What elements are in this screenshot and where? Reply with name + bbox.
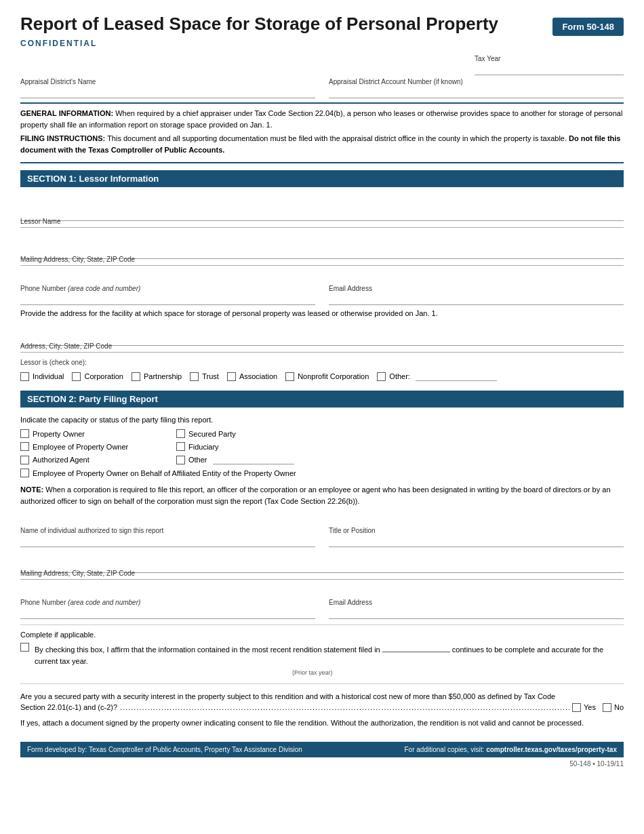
affirm-row: By checking this box, I affirm that the … [20, 643, 624, 678]
signer-phone-input[interactable] [20, 607, 315, 619]
complete-label: Complete if applicable. [20, 631, 624, 639]
no-item[interactable]: No [603, 702, 624, 713]
email-input[interactable] [329, 293, 624, 305]
employee-checkbox[interactable] [20, 442, 29, 451]
checkbox-other[interactable]: Other: [377, 372, 497, 381]
page-header: Report of Leased Space for Storage of Pe… [20, 14, 624, 36]
association-checkbox[interactable] [227, 372, 236, 381]
checkbox-authorized-agent[interactable]: Authorized Agent [20, 455, 156, 464]
partnership-label: Partnership [144, 372, 182, 380]
appraisal-district-name-group: Appraisal District's Name [20, 78, 315, 98]
complete-box: Complete if applicable. By checking this… [20, 631, 624, 678]
appraisal-district-name-input[interactable] [20, 86, 315, 98]
authorized-agent-checkbox[interactable] [20, 456, 29, 464]
no-label: No [614, 702, 624, 713]
other-checkbox[interactable] [377, 372, 386, 381]
lessor-is-label: Lessor is (check one): [20, 359, 87, 366]
signer-mailing-field: Mailing Address, City, State, ZIP Code [20, 561, 624, 580]
page-title: Report of Leased Space for Storage of Pe… [20, 14, 539, 35]
appraisal-account-input[interactable] [329, 86, 624, 98]
employee-affiliated-checkbox[interactable] [20, 469, 29, 477]
checkbox-property-owner[interactable]: Property Owner [20, 429, 156, 438]
party-checkboxes: Property Owner Secured Party Employee of… [20, 429, 624, 477]
phone-field: Phone Number (area code and number) [20, 285, 315, 305]
employee-label: Employee of Property Owner [33, 443, 128, 451]
footer-left: Form developed by: Texas Comptroller of … [27, 746, 302, 753]
email-field: Email Address [329, 285, 624, 305]
yes-label: Yes [584, 702, 596, 713]
other-label: Other: [389, 372, 410, 380]
yes-no-boxes: Yes No [572, 702, 624, 713]
other-party-label: Other [188, 456, 207, 464]
property-owner-label: Property Owner [33, 430, 85, 438]
secured-party-checkbox[interactable] [176, 429, 185, 438]
secured-section: Are you a secured party with a security … [20, 691, 624, 729]
yes-checkbox[interactable] [572, 703, 581, 712]
fiduciary-checkbox[interactable] [176, 442, 185, 451]
checkbox-nonprofit[interactable]: Nonprofit Corporation [285, 372, 369, 381]
checkbox-secured-party[interactable]: Secured Party [176, 429, 312, 438]
signer-phone-email-row: Phone Number (area code and number) Emai… [20, 599, 624, 619]
checkbox-individual[interactable]: Individual [20, 372, 64, 381]
individual-checkbox[interactable] [20, 372, 29, 381]
authorized-agent-label: Authorized Agent [33, 456, 89, 464]
tax-year-label: Tax Year [475, 55, 624, 62]
section2: SECTION 2: Party Filing Report Indicate … [20, 391, 624, 728]
employee-affiliated-label: Employee of Property Owner on Behalf of … [33, 469, 296, 477]
lessor-name-label: Lessor Name [20, 218, 60, 225]
prior-year-input[interactable] [382, 643, 450, 652]
tax-year-input[interactable] [475, 63, 624, 75]
checkbox-partnership[interactable]: Partnership [132, 372, 182, 381]
general-info-title: GENERAL INFORMATION: [20, 109, 113, 117]
secured-text2: Section 22.01(c-1) and (c-2)? [20, 702, 117, 713]
secured-row: Section 22.01(c-1) and (c-2)? ..........… [20, 702, 624, 713]
email-label: Email Address [329, 285, 624, 292]
confidential-label: CONFIDENTIAL [20, 39, 624, 48]
signer-phone-note: (area code and number) [68, 599, 140, 606]
lessor-name-input[interactable] [20, 209, 624, 221]
signer-email-label: Email Address [329, 599, 624, 606]
phone-email-row: Phone Number (area code and number) Emai… [20, 285, 624, 305]
trust-checkbox[interactable] [190, 372, 199, 381]
other-party-checkbox[interactable] [176, 456, 185, 464]
corporation-label: Corporation [84, 372, 123, 380]
no-checkbox[interactable] [603, 703, 611, 712]
tax-year-field: Tax Year [475, 55, 624, 75]
top-fields-area: Tax Year [20, 55, 624, 75]
checkbox-fiduciary[interactable]: Fiduciary [176, 442, 312, 451]
fiduciary-label: Fiduciary [188, 443, 219, 451]
checkbox-association[interactable]: Association [227, 372, 277, 381]
name-title-row: Name of individual authorized to sign th… [20, 527, 624, 547]
title-label: Title or Position [329, 527, 624, 534]
secured-party-label: Secured Party [188, 430, 236, 438]
party-row-1: Property Owner Secured Party [20, 429, 624, 438]
phone-note: (area code and number) [68, 285, 140, 292]
checkbox-trust[interactable]: Trust [190, 372, 219, 381]
nonprofit-checkbox[interactable] [285, 372, 294, 381]
checkbox-other-party[interactable]: Other [176, 455, 312, 464]
district-fields: Appraisal District's Name Appraisal Dist… [20, 78, 624, 98]
section1: SECTION 1: Lessor Information Lessor Nam… [20, 170, 624, 381]
checkbox-employee-affiliated[interactable]: Employee of Property Owner on Behalf of … [20, 469, 296, 477]
checkbox-employee[interactable]: Employee of Property Owner [20, 442, 156, 451]
filing-instructions-text: This document and all supporting documen… [107, 134, 567, 142]
appraisal-account-group: Appraisal District Account Number (if kn… [329, 78, 624, 98]
title-input[interactable] [329, 535, 624, 547]
partnership-checkbox[interactable] [132, 372, 140, 381]
signer-phone-field: Phone Number (area code and number) [20, 599, 315, 619]
signer-email-input[interactable] [329, 607, 624, 619]
phone-input[interactable] [20, 293, 315, 305]
corporation-checkbox[interactable] [72, 372, 81, 381]
signer-mailing-label: Mailing Address, City, State, ZIP Code [20, 570, 135, 577]
signer-name-input[interactable] [20, 535, 315, 547]
property-owner-checkbox[interactable] [20, 429, 29, 438]
checkbox-corporation[interactable]: Corporation [72, 372, 123, 381]
phone-label: Phone Number (area code and number) [20, 285, 315, 292]
other-party-input[interactable] [213, 455, 294, 464]
party-row-4: Employee of Property Owner on Behalf of … [20, 469, 624, 477]
party-row-2: Employee of Property Owner Fiduciary [20, 442, 624, 451]
other-input[interactable] [416, 372, 497, 381]
yes-item[interactable]: Yes [572, 702, 596, 713]
form-number: 50-148 • 10-19/11 [20, 760, 624, 768]
affirm-checkbox[interactable] [20, 643, 29, 652]
